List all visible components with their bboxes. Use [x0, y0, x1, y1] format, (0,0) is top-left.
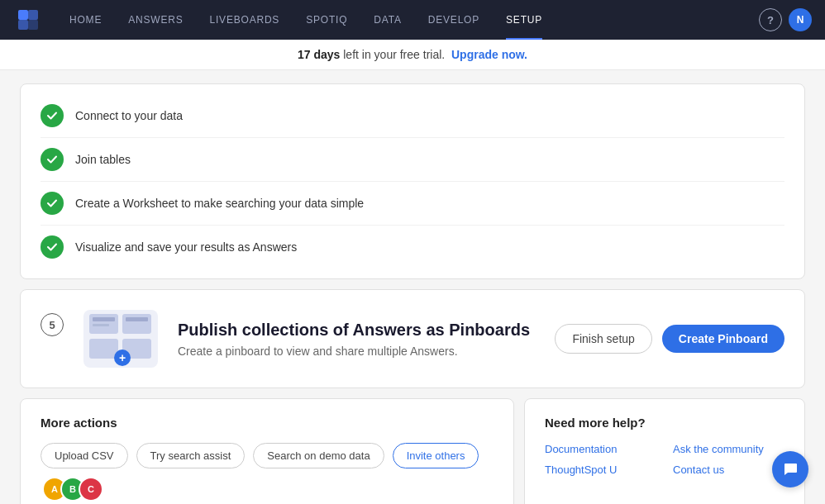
logo[interactable] [13, 5, 43, 35]
nav-setup[interactable]: SETUP [493, 0, 556, 40]
help-button[interactable]: ? [759, 8, 782, 31]
help-contact-us[interactable]: Contact us [673, 464, 784, 476]
upload-csv-chip[interactable]: Upload CSV [41, 443, 128, 468]
svg-rect-9 [93, 324, 109, 326]
nav-spotiq[interactable]: SPOTIQ [293, 0, 360, 40]
navbar: HOME ANSWERS LIVEBOARDS SPOTIQ DATA DEVE… [0, 0, 825, 40]
finish-setup-button[interactable]: Finish setup [555, 324, 651, 354]
checklist-item-3: Create a Worksheet to make searching you… [41, 182, 784, 226]
svg-rect-6 [89, 339, 118, 359]
check-icon-3 [41, 192, 64, 215]
more-actions-title: More actions [41, 416, 494, 430]
checklist-item-4: Visualize and save your results as Answe… [41, 226, 784, 269]
upgrade-link[interactable]: Upgrade now. [451, 48, 527, 61]
step-number: 5 [41, 313, 64, 336]
try-search-assist-chip[interactable]: Try search assist [136, 443, 246, 468]
nav-items: HOME ANSWERS LIVEBOARDS SPOTIQ DATA DEVE… [56, 0, 759, 40]
svg-rect-5 [122, 314, 151, 334]
svg-rect-2 [18, 20, 28, 30]
help-thoughtspot-u[interactable]: ThoughtSpot U [545, 464, 656, 476]
trial-text: left in your free trial. [343, 48, 448, 61]
nav-home[interactable]: HOME [56, 0, 115, 40]
svg-rect-0 [18, 10, 28, 20]
nav-answers[interactable]: ANSWERS [115, 0, 196, 40]
need-help-title: Need more help? [545, 416, 784, 430]
checklist-card: Connect to your data Join tables Create … [20, 83, 805, 279]
trial-banner: 17 days left in your free trial. Upgrade… [0, 40, 825, 70]
checklist-label-2: Join tables [75, 153, 131, 166]
avatar-group: A B C [49, 477, 103, 502]
svg-rect-10 [126, 317, 148, 321]
check-icon-4 [41, 235, 64, 259]
main-content: Connect to your data Join tables Create … [0, 70, 825, 504]
step-illustration: + [83, 310, 158, 368]
svg-rect-3 [28, 20, 38, 30]
svg-rect-8 [93, 317, 115, 321]
invite-others-chip[interactable]: Invite others [393, 443, 479, 468]
step-desc: Create a pinboard to view and share mult… [178, 345, 535, 358]
nav-data[interactable]: DATA [360, 0, 414, 40]
action-chips: Upload CSV Try search assist Search on d… [41, 443, 494, 502]
checklist-item-1: Connect to your data [41, 94, 784, 138]
trial-days: 17 days [298, 48, 340, 61]
checklist-label-4: Visualize and save your results as Answe… [75, 240, 297, 254]
step-actions: Finish setup Create Pinboard [555, 324, 784, 354]
svg-rect-1 [28, 10, 38, 20]
chat-bubble[interactable] [772, 451, 808, 487]
step-content: Publish collections of Answers as Pinboa… [178, 321, 535, 358]
need-help-card: Need more help? Documentation Ask the co… [524, 398, 805, 504]
nav-right: ? N [759, 8, 812, 31]
bottom-row: More actions Upload CSV Try search assis… [20, 398, 805, 504]
check-icon-2 [41, 148, 64, 171]
nav-liveboards[interactable]: LIVEBOARDS [196, 0, 293, 40]
avatar-3: C [79, 477, 103, 502]
checklist-label-3: Create a Worksheet to make searching you… [75, 197, 364, 210]
checklist-item-2: Join tables [41, 138, 784, 182]
check-icon-1 [41, 104, 64, 127]
help-links: Documentation Ask the community ThoughtS… [545, 443, 784, 476]
step-title: Publish collections of Answers as Pinboa… [178, 321, 535, 340]
step5-card: 5 + Publish collections of Answers as Pi… [20, 289, 805, 388]
user-avatar[interactable]: N [789, 8, 812, 31]
create-pinboard-button[interactable]: Create Pinboard [662, 325, 784, 353]
nav-develop[interactable]: DEVELOP [415, 0, 493, 40]
checklist-label-1: Connect to your data [75, 109, 183, 122]
search-demo-data-chip[interactable]: Search on demo data [253, 443, 384, 468]
help-ask-community[interactable]: Ask the community [673, 443, 784, 455]
svg-text:+: + [119, 351, 126, 364]
more-actions-card: More actions Upload CSV Try search assis… [20, 398, 514, 504]
help-documentation[interactable]: Documentation [545, 443, 656, 455]
